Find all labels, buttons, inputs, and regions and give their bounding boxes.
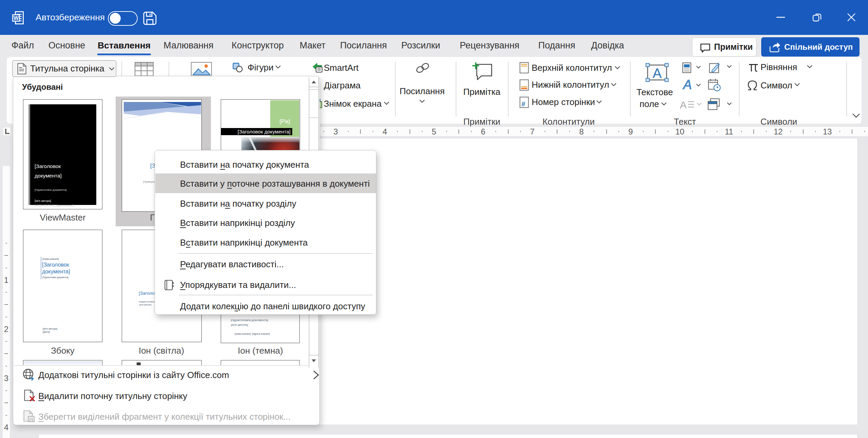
svg-text:#: #	[521, 100, 525, 108]
svg-text:A: A	[683, 78, 692, 91]
svg-text:A: A	[653, 66, 662, 81]
svg-text:A: A	[680, 99, 687, 110]
svg-text:W: W	[14, 15, 19, 21]
